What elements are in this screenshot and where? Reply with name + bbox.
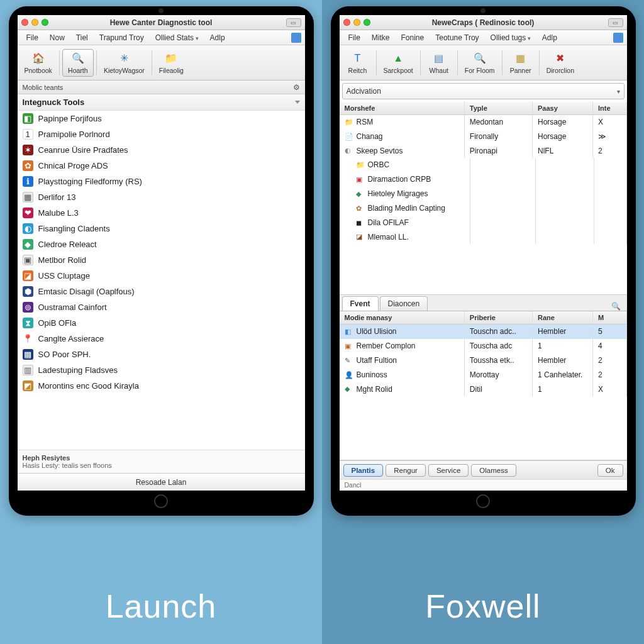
column-header[interactable]: M: [593, 311, 626, 324]
list-item[interactable]: ❤Malube L.3: [18, 205, 305, 221]
list-item-icon: ◪: [23, 270, 33, 281]
panner-icon: ▦: [514, 52, 528, 65]
button-plantis[interactable]: Plantis: [343, 464, 384, 477]
home-button[interactable]: [154, 494, 168, 508]
menu-tiel[interactable]: Tiel: [71, 32, 93, 43]
button-olamess[interactable]: Olamess: [471, 464, 516, 477]
close-light[interactable]: [343, 19, 350, 26]
toolbar-pnotbook[interactable]: 🏠Pnotbook: [20, 49, 57, 77]
menu-file[interactable]: File: [343, 32, 365, 43]
table-row[interactable]: ◪Mlemaol LL.: [340, 230, 627, 245]
table-row[interactable]: ✎Utaff FultionToussha etk..Hembler2: [340, 353, 627, 368]
list-item[interactable]: ▥Ladestuping Fladsves: [18, 362, 305, 378]
table-row[interactable]: 📁RSMMedontanHorsageX: [340, 115, 627, 130]
list-item-label: Pramipolie Porlnord: [38, 130, 110, 139]
toolbar-dirorclion[interactable]: ✖Dirorclion: [542, 49, 579, 77]
column-header[interactable]: Rane: [533, 311, 593, 324]
table-row[interactable]: ◆Hietoley Migrages: [340, 187, 627, 201]
menu-ollied tugs[interactable]: Ollied tugs: [486, 32, 536, 43]
list-item[interactable]: ▦Derlifor 13: [18, 189, 305, 205]
row-icon: ▣: [345, 342, 353, 351]
button-service[interactable]: Service: [428, 464, 469, 477]
menu-end-icon[interactable]: [613, 33, 623, 43]
menu-mitke[interactable]: Mitke: [367, 32, 395, 43]
button-ok[interactable]: Ok: [597, 464, 623, 477]
foxwell-menubar: FileMitkeFonineTeotune TroyOllied tugsAd…: [340, 30, 627, 45]
zoom-light[interactable]: [42, 19, 48, 26]
launch-footer-button[interactable]: Resoade Lalan: [18, 473, 305, 491]
window-extra-button[interactable]: ▭: [608, 18, 623, 27]
toolbar-hoarth[interactable]: 🔍Hoarth: [62, 49, 94, 77]
zoom-light[interactable]: [364, 19, 370, 26]
toolbar-for floom[interactable]: 🔍For Floom: [460, 49, 499, 77]
home-button[interactable]: [476, 494, 490, 508]
gear-icon[interactable]: ⚙: [293, 83, 300, 92]
minimize-light[interactable]: [353, 19, 360, 26]
table-row[interactable]: ✿Blading Medlin Capting: [340, 201, 627, 216]
list-item-label: OpiB OFla: [38, 318, 77, 328]
menu-trapund troy[interactable]: Trapund Troy: [94, 32, 149, 43]
tab-diaoncen[interactable]: Diaoncen: [380, 296, 428, 311]
toolbar-fileaolig[interactable]: 📁Fileaolig: [155, 49, 188, 77]
table-row[interactable]: 👤BuninossMorottay1 Canhelater.2: [340, 368, 627, 382]
row-icon: 📄: [345, 133, 353, 142]
list-item[interactable]: 📍Canglte Assierace: [18, 331, 305, 347]
list-item[interactable]: ⬢Emtasic Disagil (Oaplfous): [18, 284, 305, 299]
column-header[interactable]: Modie manasy: [340, 311, 465, 324]
menu-ollied stats[interactable]: Ollied Stats: [150, 32, 204, 43]
list-item[interactable]: ⧗OpiB OFla: [18, 315, 305, 331]
table-row[interactable]: ◼Dila OFlLAF: [340, 216, 627, 230]
menu-adlp[interactable]: Adlp: [205, 32, 230, 43]
search-icon[interactable]: 🔍: [608, 302, 625, 311]
list-item-label: SO Poor SPH.: [38, 350, 91, 359]
list-item-icon: ▦: [23, 192, 33, 203]
window-extra-button[interactable]: ▭: [286, 18, 301, 27]
column-header[interactable]: Typle: [465, 102, 533, 114]
toolbar-whaut[interactable]: ▤Whaut: [423, 49, 455, 77]
column-header[interactable]: Paasy: [533, 102, 593, 114]
launch-window-title: Hewe Canter Diagnostic tool: [18, 18, 305, 27]
list-item[interactable]: ✿Chnical Proge ADS: [18, 158, 305, 174]
foxwell-screen: NeweCraps ( Redinosic tool) ▭ FileMitkeF…: [340, 15, 627, 491]
menu-teotune troy[interactable]: Teotune Troy: [430, 32, 484, 43]
list-item[interactable]: ◧Papinpe Forjifous: [18, 111, 305, 126]
tab-fvent[interactable]: Fvent: [342, 296, 379, 311]
foxwell-tablet: NeweCraps ( Redinosic tool) ▭ FileMitkeF…: [331, 6, 636, 516]
list-item[interactable]: ◆Cledroe Releact: [18, 236, 305, 252]
minimize-light[interactable]: [31, 19, 38, 26]
toolbar-reitch[interactable]: TReitch: [342, 49, 374, 77]
menu-fonine[interactable]: Fonine: [396, 32, 430, 43]
list-item[interactable]: ◪USS Cluptage: [18, 268, 305, 284]
list-item[interactable]: ℹPlaysttoging Filedformy (RS): [18, 174, 305, 189]
foxwell-combo[interactable]: Adcivation: [342, 83, 625, 99]
menu-end-icon[interactable]: [291, 33, 301, 43]
launch-section-header[interactable]: Integnuck Tools: [18, 94, 305, 111]
list-item[interactable]: ◩Morontins enc Good Kirayla: [18, 378, 305, 394]
column-header[interactable]: Priberie: [465, 311, 533, 324]
list-item[interactable]: ▣Metlbor Rolid: [18, 252, 305, 268]
button-rengur[interactable]: Rengur: [386, 464, 426, 477]
table-row[interactable]: 📁ORBC: [340, 158, 627, 172]
list-item[interactable]: 1Pramipolie Porlnord: [18, 126, 305, 142]
list-item[interactable]: ✶Ceanrue Üsire Pradfates: [18, 142, 305, 158]
toolbar-sarckpoot[interactable]: ▲Sarckpoot: [379, 49, 418, 77]
toolbar-kietoywagsor[interactable]: ✳KietoyWagsor: [99, 49, 149, 77]
table-row[interactable]: ◐Skeep SevtosPironapiNlFL2: [340, 144, 627, 158]
list-item[interactable]: ⊚Oustramal Cainfort: [18, 299, 305, 315]
table-row[interactable]: ▣Rember ComplonTouscha adc14: [340, 339, 627, 353]
menu-file[interactable]: File: [21, 32, 43, 43]
table-row[interactable]: 📄ChanagFironallyHorsage≫: [340, 130, 627, 144]
list-item[interactable]: ◐Fisangling Cladents: [18, 221, 305, 236]
list-item-icon: ◧: [23, 113, 33, 124]
table-row[interactable]: ◆Mght RolidDitil1X: [340, 382, 627, 397]
table-row[interactable]: ◧Ulöd UlisionTouschn adc..Hembler5: [340, 325, 627, 339]
table-row[interactable]: ▣Diramaction CRPB: [340, 172, 627, 187]
menu-now[interactable]: Now: [45, 32, 70, 43]
toolbar-panner[interactable]: ▦Panner: [505, 49, 536, 77]
column-header[interactable]: Morshefe: [340, 102, 465, 114]
list-item[interactable]: ▩SO Poor SPH.: [18, 347, 305, 362]
close-light[interactable]: [21, 19, 28, 26]
menu-adlp[interactable]: Adlp: [537, 32, 562, 43]
column-header[interactable]: Inte: [593, 102, 626, 114]
launch-screen: Hewe Canter Diagnostic tool ▭ FileNowTie…: [18, 15, 305, 491]
